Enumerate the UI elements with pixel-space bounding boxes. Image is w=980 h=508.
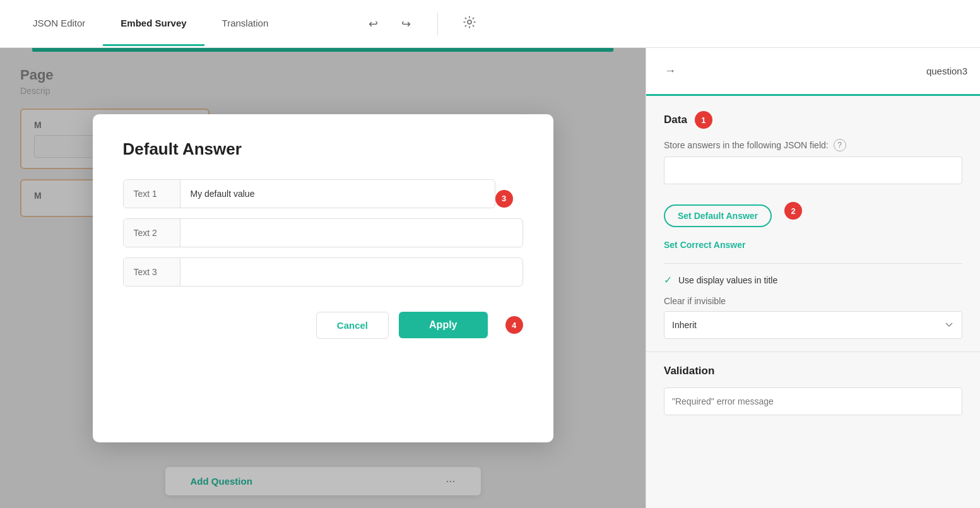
toolbar-left: JSON Editor Embed Survey Translation ↩ ↪ [15, 0, 965, 48]
right-panel-header: → question3 [646, 48, 980, 96]
modal-footer: Cancel Apply 4 [123, 312, 523, 339]
use-display-values-row: ✓ Use display values in title [664, 274, 962, 286]
section-divider [664, 263, 962, 264]
modal-title: Default Answer [123, 139, 523, 159]
validation-title: Validation [664, 365, 962, 377]
translation-label: Translation [222, 18, 269, 28]
validation-section: Validation [646, 351, 980, 428]
redo-button[interactable]: ↪ [394, 13, 417, 35]
undo-icon: ↩ [369, 17, 378, 31]
apply-button[interactable]: Apply [399, 312, 487, 338]
required-error-input[interactable] [664, 387, 962, 415]
use-display-values-label: Use display values in title [678, 275, 777, 285]
collapse-icon: → [664, 64, 676, 78]
badge-3: 3 [495, 190, 513, 208]
text-row-2: Text 2 [123, 218, 523, 247]
right-panel-question-title: question3 [926, 66, 967, 76]
clear-invisible-label: Clear if invisible [664, 296, 962, 306]
text-row-3: Text 3 [123, 257, 523, 286]
set-correct-answer-link[interactable]: Set Correct Answer [664, 240, 745, 250]
text-3-label: Text 3 [124, 258, 180, 286]
redo-icon: ↪ [401, 17, 411, 31]
text-row-1-container: Text 1 3 [123, 179, 523, 218]
active-tab-underline [103, 44, 204, 46]
default-answer-modal: Default Answer Text 1 3 Text 2 Text 3 [93, 114, 553, 442]
set-default-row: Set Default Answer 2 [664, 194, 962, 227]
set-default-badge: 2 [784, 202, 802, 220]
tab-embed-survey[interactable]: Embed Survey [103, 0, 204, 48]
text-2-label: Text 2 [124, 219, 180, 247]
toolbar-divider [437, 13, 438, 35]
json-field-label: Store answers in the following JSON fiel… [664, 139, 962, 151]
json-editor-label: JSON Editor [33, 18, 85, 28]
cancel-button[interactable]: Cancel [316, 312, 389, 339]
badge-4: 4 [505, 316, 523, 334]
data-section: Data 1 Store answers in the following JS… [646, 96, 980, 351]
set-default-answer-button[interactable]: Set Default Answer [664, 204, 772, 227]
toolbar: JSON Editor Embed Survey Translation ↩ ↪ [0, 0, 980, 48]
tab-translation[interactable]: Translation [204, 0, 286, 48]
main-area: Page Descrip M M Default Answer Text 1 [0, 48, 980, 508]
text-2-input[interactable] [180, 219, 522, 247]
checkmark-icon: ✓ [664, 274, 672, 286]
data-badge: 1 [695, 111, 712, 129]
data-section-title: Data 1 [664, 111, 962, 129]
settings-icon [463, 15, 476, 32]
canvas-panel: Page Descrip M M Default Answer Text 1 [0, 48, 646, 508]
help-icon[interactable]: ? [834, 139, 846, 151]
text-row-1: Text 1 [123, 179, 495, 208]
undo-button[interactable]: ↩ [362, 13, 384, 35]
modal-overlay: Default Answer Text 1 3 Text 2 Text 3 [0, 48, 646, 508]
json-field-input[interactable] [664, 157, 962, 184]
settings-button[interactable] [458, 13, 481, 35]
text-1-input[interactable] [180, 180, 495, 208]
embed-survey-label: Embed Survey [121, 18, 186, 28]
inherit-select[interactable]: Inherit True False [664, 311, 962, 339]
collapse-panel-button[interactable]: → [659, 60, 682, 83]
tab-json-editor[interactable]: JSON Editor [15, 0, 103, 48]
text-1-label: Text 1 [124, 180, 180, 208]
inherit-select-container: Inherit True False [664, 311, 962, 339]
right-panel: → question3 Data 1 Store answers in the … [646, 48, 980, 508]
text-3-input[interactable] [180, 258, 522, 286]
toolbar-action-icons: ↩ ↪ [362, 13, 481, 35]
svg-point-0 [468, 20, 471, 24]
